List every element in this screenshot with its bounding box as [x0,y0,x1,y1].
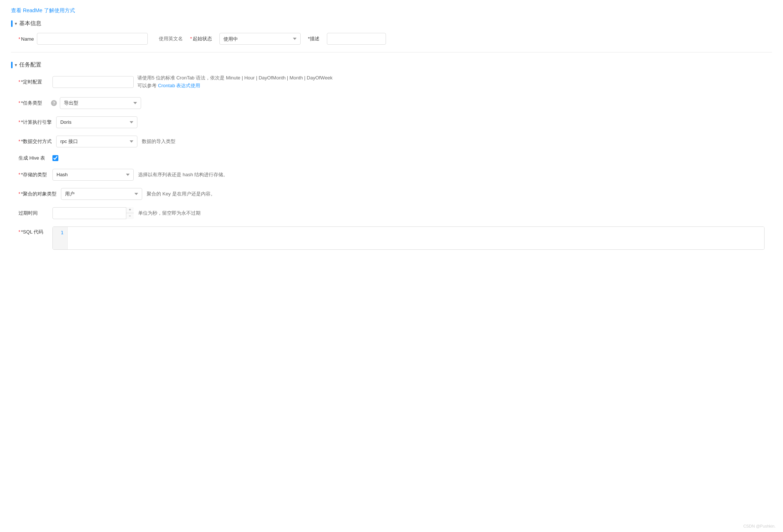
basic-info-collapse-icon[interactable]: ▾ [15,21,17,26]
name-input[interactable] [37,33,148,45]
aggregate-select[interactable]: 用户 内容 商品 [61,188,142,200]
sql-row: *SQL 代码 1 [11,226,772,250]
name-group: Name [18,33,148,45]
expire-controls: + − [126,207,134,219]
engine-label: *计算执行引擎 [18,119,52,126]
cron-hint-line2: 可以参考 Crontab 表达式使用 [137,82,332,90]
status-select[interactable]: 使用中 停用中 [219,33,301,45]
status-label: 起始状态 [190,35,212,42]
storage-type-hint: 选择以有序列表还是 hash 结构进行存储。 [138,171,228,178]
delivery-label: *数据交付方式 [18,138,52,145]
basic-info-section: ▾ 基本信息 Name 使用英文名 起始状态 使用中 停用中 *描述 [11,17,772,45]
hive-checkbox-wrapper [52,155,58,161]
task-config-title: 任务配置 [19,61,41,68]
sql-editor: 1 [52,226,765,250]
basic-info-fields: Name 使用英文名 起始状态 使用中 停用中 *描述 [11,33,772,45]
hive-checkbox[interactable] [52,155,58,161]
sql-label: *SQL 代码 [18,226,48,235]
cron-hint-line1: 请使用5 位的标准 CronTab 语法，依次是 Minute | Hour |… [137,74,332,82]
expire-label: 过期时间 [18,210,48,216]
section-indicator [11,20,13,27]
expire-row: 过期时间 + − 单位为秒，留空即为永不过期 [11,207,772,219]
sql-line-numbers: 1 [53,227,68,249]
cron-link[interactable]: Crontab 表达式使用 [158,83,201,88]
desc-input[interactable] [327,33,386,45]
delivery-hint: 数据的导入类型 [142,138,175,145]
basic-info-header: ▾ 基本信息 [11,17,772,30]
hive-row: 生成 Hive 表 [11,155,772,161]
task-type-label: *任务类型 [18,100,48,106]
aggregate-row: *聚合的对象类型 用户 内容 商品 聚合的 Key 是在用户还是内容。 [11,188,772,200]
storage-type-select[interactable]: Hash List Set [52,169,134,181]
divider-1 [11,52,772,52]
task-type-select[interactable]: 导出型 导入型 计算型 [60,97,141,109]
cron-hint-block: 请使用5 位的标准 CronTab 语法，依次是 Minute | Hour |… [137,74,332,90]
expire-decrement-button[interactable]: − [126,213,134,219]
task-config-header: ▾ 任务配置 [11,58,772,71]
sql-textarea[interactable] [68,227,764,249]
task-section-indicator [11,62,13,68]
storage-type-row: *存储的类型 Hash List Set 选择以有序列表还是 hash 结构进行… [11,169,772,181]
storage-type-label: *存储的类型 [18,171,48,178]
expire-increment-button[interactable]: + [126,207,134,214]
task-config-collapse-icon[interactable]: ▾ [15,62,17,68]
delivery-row: *数据交付方式 rpc 接口 文件 API 数据的导入类型 [11,136,772,147]
task-type-row: *任务类型 ? 导出型 导入型 计算型 [11,97,772,109]
hive-label: 生成 Hive 表 [18,155,48,161]
readme-link[interactable]: 查看 ReadMe 了解使用方式 [11,7,75,14]
task-type-help-icon[interactable]: ? [51,100,57,106]
name-label: Name [18,36,34,42]
expire-input-wrapper: + − [52,207,134,219]
aggregate-hint: 聚合的 Key 是在用户还是内容。 [147,191,215,197]
aggregate-label: *聚合的对象类型 [18,191,57,197]
name-hint: 使用英文名 [159,35,183,42]
sql-line-number-1: 1 [57,230,64,235]
expire-hint: 单位为秒，留空即为永不过期 [138,210,201,216]
delivery-select[interactable]: rpc 接口 文件 API [56,136,137,147]
cron-row: *定时配置 请使用5 位的标准 CronTab 语法，依次是 Minute | … [11,74,772,90]
engine-select[interactable]: Doris Spark Flink [56,116,137,128]
basic-info-title: 基本信息 [19,20,41,27]
sql-editor-content: 1 [53,227,764,249]
expire-input[interactable] [52,207,134,219]
engine-row: *计算执行引擎 Doris Spark Flink [11,116,772,128]
cron-label: *定时配置 [18,79,48,85]
desc-label: *描述 [308,35,319,42]
cron-input[interactable] [52,76,134,88]
cron-hint-prefix: 可以参考 [137,83,157,88]
task-config-section: ▾ 任务配置 *定时配置 请使用5 位的标准 CronTab 语法，依次是 Mi… [11,58,772,250]
